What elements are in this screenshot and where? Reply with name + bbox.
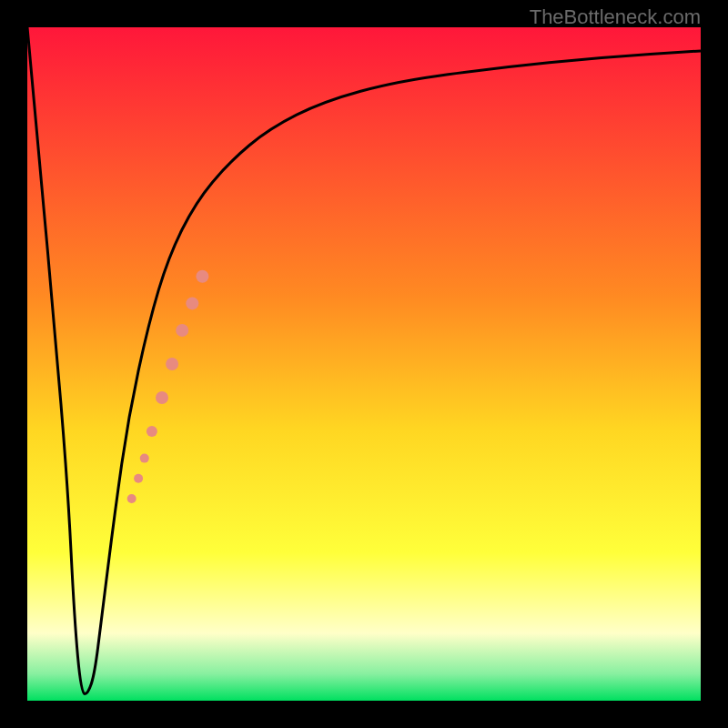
svg-point-2 — [134, 474, 143, 483]
bottleneck-curve — [27, 27, 701, 694]
chart-frame: TheBottleneck.com — [0, 0, 728, 728]
svg-point-8 — [186, 297, 198, 309]
curve-layer — [27, 27, 701, 701]
svg-point-3 — [140, 454, 149, 463]
svg-point-9 — [196, 270, 208, 283]
svg-point-7 — [176, 324, 188, 337]
svg-point-4 — [147, 426, 157, 437]
svg-point-5 — [156, 391, 168, 404]
watermark-text: TheBottleneck.com — [530, 5, 701, 29]
highlight-band — [127, 270, 209, 503]
svg-point-1 — [127, 494, 136, 503]
svg-point-6 — [166, 358, 178, 370]
plot-area — [27, 27, 701, 701]
